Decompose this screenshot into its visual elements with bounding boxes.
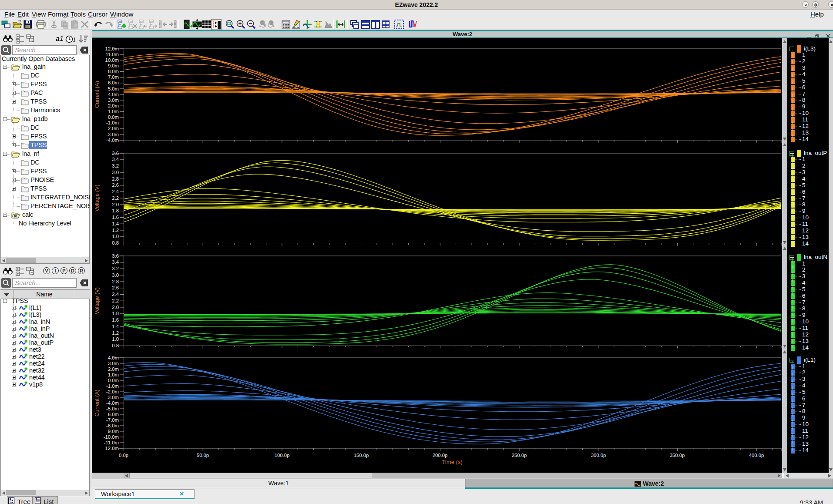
svg-text:5.0m: 5.0m <box>108 86 119 91</box>
svg-text:1.0m: 1.0m <box>108 372 119 377</box>
svg-text:1.4: 1.4 <box>112 221 119 226</box>
svg-text:1.8: 1.8 <box>112 208 119 213</box>
svg-text:-3.0m: -3.0m <box>106 395 119 400</box>
svg-text:2.6: 2.6 <box>112 285 119 290</box>
svg-text:-4.0m: -4.0m <box>106 400 119 406</box>
svg-text:2.8: 2.8 <box>112 279 119 284</box>
svg-text:100.0p: 100.0p <box>275 453 290 458</box>
svg-text:3.0m: 3.0m <box>108 97 119 103</box>
svg-text:2.0m: 2.0m <box>108 103 119 108</box>
svg-text:1.8: 1.8 <box>112 311 119 316</box>
svg-text:2.4: 2.4 <box>112 292 119 297</box>
svg-text:3.2: 3.2 <box>112 266 119 271</box>
svg-text:2.0: 2.0 <box>112 202 119 207</box>
svg-text:2.6: 2.6 <box>112 182 119 188</box>
svg-text:-12.0m: -12.0m <box>104 446 119 451</box>
svg-text:200.0p: 200.0p <box>433 453 448 458</box>
svg-text:250.0p: 250.0p <box>512 453 527 458</box>
svg-text:-2.0m: -2.0m <box>106 126 119 131</box>
svg-text:3.2: 3.2 <box>112 163 119 168</box>
svg-text:3.0m: 3.0m <box>108 361 119 366</box>
svg-text:0.0m: 0.0m <box>108 378 119 383</box>
svg-text:1: 1 <box>73 36 76 43</box>
svg-text:1.2: 1.2 <box>112 330 119 336</box>
svg-text:Voltage (V): Voltage (V) <box>94 287 100 314</box>
svg-text:1.0: 1.0 <box>112 234 119 239</box>
svg-text:-8.0m: -8.0m <box>106 423 119 428</box>
svg-text:Current (A): Current (A) <box>94 81 100 108</box>
svg-text:3.4: 3.4 <box>112 157 119 162</box>
svg-text:-4.0m: -4.0m <box>106 138 119 143</box>
svg-text:8.0m: 8.0m <box>108 69 119 74</box>
svg-text:1.6: 1.6 <box>112 317 119 323</box>
svg-text:3.0: 3.0 <box>112 272 119 278</box>
svg-text:2.2: 2.2 <box>112 298 119 303</box>
svg-text:0.0m: 0.0m <box>108 114 119 120</box>
svg-text:Current (A): Current (A) <box>94 390 100 417</box>
svg-text:300.0p: 300.0p <box>591 453 606 458</box>
svg-text:1.2: 1.2 <box>112 228 119 233</box>
svg-text:0.0p: 0.0p <box>119 453 128 458</box>
svg-text:-9.0m: -9.0m <box>106 429 119 434</box>
svg-text:-6.0m: -6.0m <box>106 412 119 417</box>
svg-text:2.0: 2.0 <box>112 305 119 310</box>
svg-text:1.4: 1.4 <box>112 324 119 329</box>
svg-text:9.0m: 9.0m <box>108 63 119 68</box>
svg-text:150.0p: 150.0p <box>354 453 369 458</box>
svg-text:1.0: 1.0 <box>112 336 119 342</box>
svg-text:4.0m: 4.0m <box>108 355 119 360</box>
svg-text:-5.0m: -5.0m <box>106 406 119 411</box>
svg-text:350.0p: 350.0p <box>670 453 685 458</box>
svg-text:0.8: 0.8 <box>112 240 119 245</box>
svg-text:1.0m: 1.0m <box>108 109 119 114</box>
svg-text:1.6: 1.6 <box>112 215 119 220</box>
svg-text:10.0m: 10.0m <box>105 57 119 63</box>
svg-text:3.6: 3.6 <box>112 253 119 259</box>
svg-text:2.2: 2.2 <box>112 195 119 201</box>
svg-text:3.6: 3.6 <box>112 151 119 156</box>
svg-text:4.0m: 4.0m <box>108 92 119 97</box>
svg-text:-11.0m: -11.0m <box>104 440 119 445</box>
svg-text:400.0p: 400.0p <box>749 453 764 458</box>
svg-text:7.0m: 7.0m <box>108 74 119 80</box>
svg-text:-10.0m: -10.0m <box>104 434 119 440</box>
svg-text:50.0p: 50.0p <box>197 453 209 458</box>
svg-text:-1.0m: -1.0m <box>106 120 119 125</box>
svg-text:2.8: 2.8 <box>112 176 119 181</box>
svg-text:2.4: 2.4 <box>112 189 119 194</box>
svg-text:-3.0m: -3.0m <box>106 132 119 137</box>
svg-text:11.0m: 11.0m <box>105 52 119 57</box>
svg-text:12.0m: 12.0m <box>105 46 119 51</box>
svg-text:-1.0m: -1.0m <box>106 383 119 389</box>
svg-text:-7.0m: -7.0m <box>106 417 119 423</box>
svg-text:3.4: 3.4 <box>112 259 119 265</box>
svg-text:2.0m: 2.0m <box>108 366 119 372</box>
svg-text:Time (s): Time (s) <box>442 459 462 465</box>
svg-text:-2.0m: -2.0m <box>106 389 119 394</box>
svg-text:Voltage (V): Voltage (V) <box>94 185 100 212</box>
svg-text:6.0m: 6.0m <box>108 80 119 85</box>
svg-text:0.8: 0.8 <box>112 343 119 348</box>
svg-text:3.0: 3.0 <box>112 170 119 175</box>
